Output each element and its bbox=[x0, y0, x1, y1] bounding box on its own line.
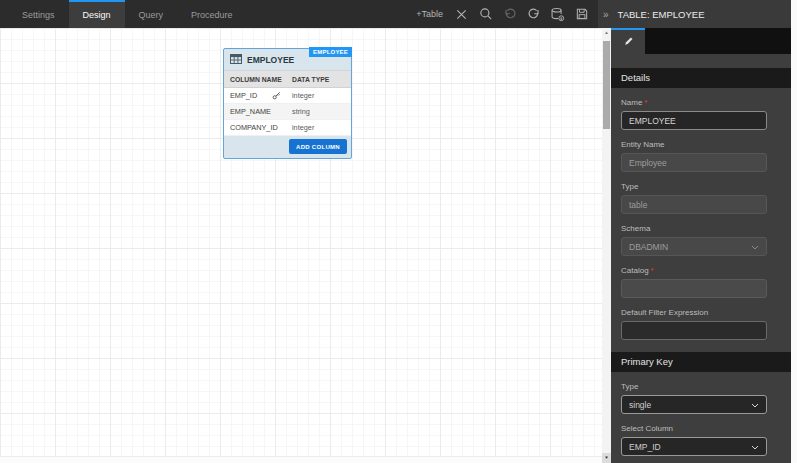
schema-label: Schema bbox=[621, 224, 767, 233]
properties-panel: Details Name* Entity Name Type Schema DB… bbox=[611, 28, 791, 463]
properties-panel-header: » TABLE: EMPLOYEE bbox=[598, 0, 791, 28]
horizontal-scrollbar[interactable] bbox=[0, 456, 602, 463]
default-filter-label: Default Filter Expression bbox=[621, 308, 767, 317]
required-mark: * bbox=[644, 98, 647, 107]
type-input[interactable] bbox=[621, 195, 767, 214]
type-label: Type bbox=[621, 182, 767, 191]
add-column-button[interactable]: ADD COLUMN bbox=[289, 139, 347, 154]
app-window: Settings Design Query Procedure +Table bbox=[0, 0, 797, 463]
row-type: integer bbox=[288, 123, 351, 132]
entity-table-employee[interactable]: EMPLOYEE EMPLOYEE COLUMN NAME DATA TYPE … bbox=[223, 48, 352, 159]
tab-design[interactable]: Design bbox=[69, 0, 125, 28]
panel-title: TABLE: EMPLOYEE bbox=[618, 9, 705, 20]
entity-badge: EMPLOYEE bbox=[309, 47, 352, 57]
row-name: COMPANY_ID bbox=[230, 123, 278, 132]
panel-tabstrip bbox=[611, 28, 791, 54]
catalog-input[interactable] bbox=[621, 279, 767, 298]
select-column-label: Select Column bbox=[621, 424, 767, 433]
save-icon[interactable] bbox=[573, 6, 590, 23]
default-filter-input[interactable] bbox=[621, 321, 767, 340]
entity-name-label: Entity Name bbox=[621, 140, 767, 149]
row-type: integer bbox=[288, 91, 351, 100]
search-icon[interactable] bbox=[477, 6, 494, 23]
entity-row-company-id[interactable]: COMPANY_ID integer bbox=[224, 120, 351, 136]
pk-type-value: single bbox=[629, 400, 751, 410]
entity-row-emp-name[interactable]: EMP_NAME string bbox=[224, 104, 351, 120]
entity-title: EMPLOYEE bbox=[247, 55, 294, 65]
vertical-scrollbar[interactable]: ▲ ▼ bbox=[602, 28, 611, 463]
details-section-header: Details bbox=[611, 68, 791, 88]
close-icon[interactable] bbox=[453, 6, 470, 23]
name-label: Name* bbox=[621, 98, 767, 107]
name-input[interactable] bbox=[621, 111, 767, 130]
mode-tabs: Settings Design Query Procedure bbox=[0, 0, 247, 28]
schema-value: DBADMIN bbox=[629, 242, 751, 252]
pk-type-select[interactable]: single bbox=[621, 395, 767, 414]
required-mark: * bbox=[651, 266, 654, 275]
collapse-panel-icon[interactable]: » bbox=[603, 9, 609, 20]
select-column-value: EMP_ID bbox=[629, 442, 751, 452]
redo-icon[interactable] bbox=[525, 6, 542, 23]
tab-edit[interactable] bbox=[611, 28, 645, 54]
panel-scrollbar-track[interactable] bbox=[791, 0, 797, 463]
schema-select[interactable]: DBADMIN bbox=[621, 237, 767, 256]
chevron-down-icon bbox=[751, 400, 759, 410]
scrollbar-thumb[interactable] bbox=[603, 41, 610, 129]
data-type-header: DATA TYPE bbox=[288, 76, 351, 83]
top-toolbar: Settings Design Query Procedure +Table bbox=[0, 0, 598, 28]
design-canvas[interactable]: EMPLOYEE EMPLOYEE COLUMN NAME DATA TYPE … bbox=[0, 28, 602, 463]
chevron-down-icon bbox=[751, 442, 759, 452]
tab-procedure[interactable]: Procedure bbox=[177, 0, 247, 28]
row-name: EMP_ID bbox=[230, 91, 257, 100]
entity-footer: ADD COLUMN bbox=[224, 136, 351, 158]
scroll-up-icon[interactable]: ▲ bbox=[602, 28, 611, 38]
row-type: string bbox=[288, 107, 351, 116]
entity-name-input[interactable] bbox=[621, 153, 767, 172]
chevron-down-icon bbox=[751, 242, 759, 252]
scroll-down-icon[interactable]: ▼ bbox=[602, 453, 611, 463]
primary-key-icon bbox=[272, 91, 281, 100]
save-to-database-icon[interactable] bbox=[549, 6, 566, 23]
undo-icon[interactable] bbox=[501, 6, 518, 23]
column-name-header: COLUMN NAME bbox=[224, 76, 288, 83]
entity-row-emp-id[interactable]: EMP_ID integer bbox=[224, 88, 351, 104]
select-column-select[interactable]: EMP_ID bbox=[621, 437, 767, 456]
table-icon bbox=[230, 54, 242, 66]
pk-type-label: Type bbox=[621, 382, 767, 391]
tab-query[interactable]: Query bbox=[125, 0, 178, 28]
entity-columns-header: COLUMN NAME DATA TYPE bbox=[224, 70, 351, 88]
row-name: EMP_NAME bbox=[230, 107, 271, 116]
catalog-label: Catalog* bbox=[621, 266, 767, 275]
add-table-button[interactable]: +Table bbox=[416, 9, 443, 19]
tab-settings[interactable]: Settings bbox=[8, 0, 69, 28]
toolbar-actions: +Table bbox=[416, 0, 598, 28]
pencil-icon bbox=[623, 33, 634, 51]
primary-key-section-header: Primary Key bbox=[611, 352, 791, 372]
